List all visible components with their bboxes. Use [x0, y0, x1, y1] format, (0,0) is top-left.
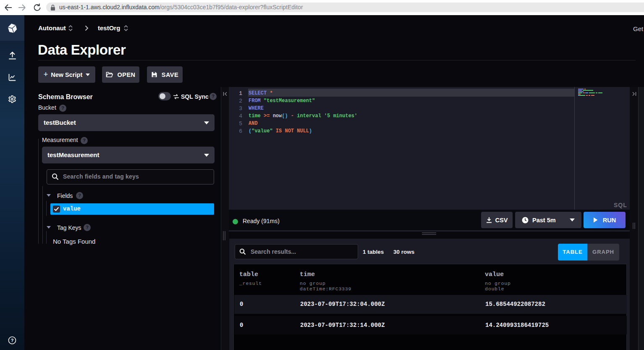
svg-text:?: ? [11, 338, 14, 343]
